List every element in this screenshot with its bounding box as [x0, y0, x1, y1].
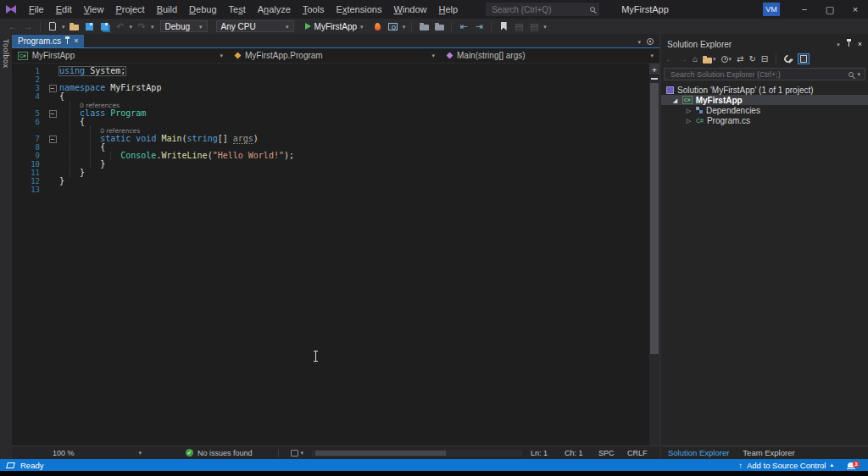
redo-dropdown-icon[interactable]: ▾ — [151, 24, 154, 30]
column-indicator[interactable]: Ch: 1 — [565, 449, 598, 457]
horizontal-scrollbar[interactable] — [312, 450, 522, 457]
redo-icon[interactable]: ↷ — [136, 20, 147, 33]
expander-collapsed-icon[interactable]: ▷ — [685, 118, 693, 124]
code-line[interactable]: 6 { — [12, 118, 659, 126]
code-line[interactable]: 4{ — [12, 92, 659, 101]
solution-search-input[interactable] — [669, 69, 845, 80]
uncomment-icon[interactable]: ▤ — [528, 20, 540, 33]
navigate-backward-icon[interactable]: ← — [7, 20, 19, 33]
back-icon[interactable]: ← — [665, 55, 674, 64]
menu-window[interactable]: Window — [387, 4, 432, 14]
close-tab-icon[interactable]: × — [74, 37, 78, 45]
comment-icon[interactable]: ▤ — [513, 20, 525, 33]
increase-indent-icon[interactable]: ⇥ — [473, 20, 485, 33]
code-line[interactable]: 9 Console.WriteLine("Hello World!"); — [12, 152, 659, 160]
chevron-down-icon[interactable]: ▾ — [837, 42, 840, 47]
solution-search-box[interactable]: ▾ — [664, 68, 865, 80]
fold-collapse-icon[interactable]: − — [46, 136, 59, 143]
line-ending-indicator[interactable]: CRLF — [627, 449, 653, 457]
tab-team-explorer[interactable]: Team Explorer — [743, 448, 794, 457]
properties-wrench-icon[interactable] — [784, 55, 793, 64]
menu-view[interactable]: View — [78, 4, 110, 14]
toolbox-tab[interactable]: Toolbox — [2, 39, 10, 69]
flame-icon[interactable] — [372, 20, 384, 33]
background-tasks-icon[interactable] — [6, 462, 15, 468]
navigate-forward-icon[interactable]: → — [22, 20, 34, 33]
tree-item-dependencies[interactable]: ▷ Dependencies — [661, 105, 868, 115]
editor-options-icon[interactable] — [291, 450, 298, 457]
fold-collapse-icon[interactable]: − — [46, 110, 59, 118]
code-line[interactable]: 3−namespace MyFirstApp — [12, 84, 659, 92]
save-icon[interactable] — [84, 20, 96, 33]
pending-changes-filter-icon[interactable]: ▾ — [721, 56, 732, 63]
undo-dropdown-icon[interactable]: ▾ — [130, 24, 133, 30]
new-file-dropdown-icon[interactable]: ▾ — [62, 24, 65, 30]
scrollbar-thumb[interactable] — [650, 83, 659, 354]
code-line[interactable]: 5− class Program — [12, 109, 659, 118]
spaces-indicator[interactable]: SPC — [598, 449, 627, 457]
undo-icon[interactable]: ↶ — [114, 20, 126, 33]
solution-platform-dropdown[interactable]: Any CPU▾ — [216, 20, 294, 32]
watch-window-icon[interactable] — [418, 20, 430, 33]
quick-search-box[interactable] — [486, 3, 599, 16]
menu-build[interactable]: Build — [151, 4, 183, 14]
switch-views-icon[interactable]: ▾ — [703, 55, 716, 64]
toolbar-options-icon[interactable]: ▾ — [543, 24, 547, 30]
refresh-icon[interactable]: ↻ — [748, 55, 755, 64]
code-line[interactable]: 11 } — [12, 169, 659, 177]
pin-icon[interactable] — [849, 42, 849, 47]
menu-test[interactable]: Test — [223, 4, 252, 14]
tab-program-cs[interactable]: Program.cs × — [12, 35, 84, 47]
fold-collapse-icon[interactable]: − — [46, 85, 59, 92]
menu-analyze[interactable]: Analyze — [252, 4, 297, 14]
scrollbar-thumb[interactable] — [315, 451, 446, 456]
tree-item-solution[interactable]: Solution 'MyFirstApp' (1 of 1 project) — [661, 85, 868, 95]
expander-collapsed-icon[interactable]: ▷ — [685, 108, 693, 113]
pin-icon[interactable] — [67, 39, 68, 44]
tree-item-project[interactable]: ◢ C# MyFirstApp — [661, 95, 868, 105]
save-all-icon[interactable] — [99, 20, 111, 33]
split-window-button[interactable]: + — [649, 64, 659, 75]
home-icon[interactable]: ⌂ — [693, 55, 698, 64]
add-to-source-control-button[interactable]: ↑ Add to Source Control ▴ — [738, 461, 833, 470]
notifications-bell-icon[interactable]: 3 — [848, 462, 854, 468]
expander-expanded-icon[interactable]: ◢ — [671, 97, 679, 103]
nav-member-dropdown[interactable]: Main(string[] args) ▾ — [441, 48, 659, 63]
nav-type-dropdown[interactable]: MyFirstApp.Program ▾ — [229, 48, 441, 63]
vertical-scrollbar[interactable] — [649, 75, 659, 446]
chevron-down-icon[interactable]: ▾ — [637, 39, 641, 45]
menu-tools[interactable]: Tools — [297, 4, 331, 14]
menu-edit[interactable]: Edit — [50, 4, 78, 14]
new-file-icon[interactable] — [47, 20, 58, 33]
menu-project[interactable]: Project — [109, 4, 150, 14]
immediate-window-icon[interactable] — [433, 20, 445, 33]
zoom-level-dropdown[interactable]: 100 %▾ — [53, 449, 142, 457]
forward-icon[interactable]: → — [679, 55, 687, 64]
health-indicator[interactable]: ✓ No issues found — [186, 449, 253, 457]
restore-button[interactable]: ▢ — [817, 0, 843, 19]
solution-configuration-dropdown[interactable]: Debug▾ — [160, 20, 208, 32]
user-avatar[interactable]: VM — [763, 3, 780, 16]
code-line[interactable]: 13 — [12, 185, 659, 194]
line-indicator[interactable]: Ln: 1 — [531, 449, 565, 457]
start-dropdown-icon[interactable]: ▾ — [360, 24, 364, 30]
menu-help[interactable]: Help — [433, 4, 465, 14]
minimize-button[interactable]: − — [792, 0, 817, 19]
tree-item-program-cs[interactable]: ▷ C# Program.cs — [661, 115, 868, 125]
preview-selected-items-icon[interactable] — [798, 53, 810, 64]
sync-with-active-document-icon[interactable]: ⇄ — [737, 55, 743, 64]
code-line[interactable]: 1using System; — [12, 67, 659, 75]
chevron-down-icon[interactable]: ▾ — [857, 71, 860, 77]
collapse-all-icon[interactable]: ⊟ — [761, 55, 768, 64]
menu-file[interactable]: File — [23, 4, 50, 14]
nav-project-dropdown[interactable]: C# MyFirstApp ▾ — [12, 48, 229, 63]
code-editor[interactable]: 1using System;23−namespace MyFirstApp4{ … — [12, 64, 659, 446]
code-line[interactable]: 12} — [12, 177, 659, 185]
snapshot-dropdown-icon[interactable]: ▾ — [403, 24, 406, 30]
document-options-icon[interactable] — [647, 38, 654, 45]
close-button[interactable]: × — [843, 0, 868, 19]
start-debugging-button[interactable]: MyFirstApp ▾ — [305, 22, 364, 31]
quick-search-input[interactable] — [490, 4, 590, 15]
open-file-icon[interactable] — [69, 20, 81, 33]
decrease-indent-icon[interactable]: ⇤ — [458, 20, 470, 33]
